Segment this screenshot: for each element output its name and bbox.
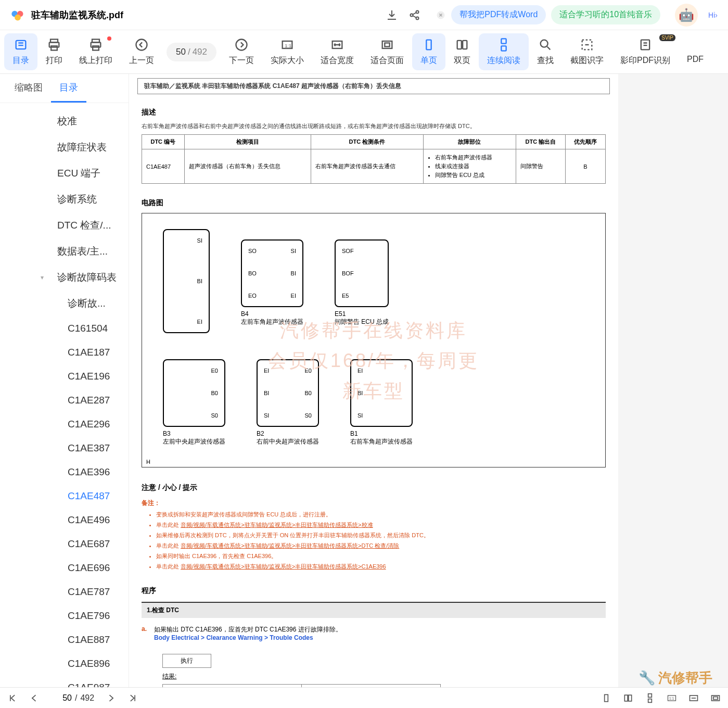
shadow-pdf-button[interactable]: SVIP 影印PDF识别: [612, 33, 679, 70]
svg-text:1:1: 1:1: [285, 43, 291, 48]
svg-point-2: [15, 14, 21, 20]
note-item: 单击此处 音频/视频/车载通信系统>驻车辅助/监视系统>丰田驻车辅助传感器系统>…: [156, 521, 606, 529]
bottom-bar: / 492 1:1: [0, 687, 728, 708]
toc-item[interactable]: C1AE187: [0, 340, 129, 364]
toc-item[interactable]: DTC 检查/...: [0, 212, 129, 238]
note-link[interactable]: 音频/视频/车载通信系统>驻车辅助/监视系统>丰田驻车辅助传感器系统>校准: [181, 522, 373, 528]
svg-rect-25: [501, 46, 506, 50]
svg-rect-20: [385, 43, 389, 47]
tab-thumbnails[interactable]: 缩略图: [6, 74, 51, 103]
page-indicator[interactable]: 50 / 492: [167, 43, 216, 61]
toc-button[interactable]: 目录: [4, 33, 37, 70]
svg-rect-32: [648, 693, 652, 697]
svg-text:1:1: 1:1: [669, 697, 674, 700]
toc-item[interactable]: C1AE887: [0, 628, 129, 652]
toc-item[interactable]: C1AE987: [0, 676, 129, 687]
note-item: 如果同时输出 C1AE396，首先检查 C1AE396。: [156, 552, 606, 560]
hi-badge[interactable]: Hi›: [708, 11, 718, 19]
avatar[interactable]: 🤖: [675, 4, 698, 27]
print-button[interactable]: 打印: [37, 33, 71, 70]
chip-music[interactable]: 适合学习听的10首纯音乐: [551, 5, 660, 24]
toc-item[interactable]: C1AE196: [0, 364, 129, 388]
svg-rect-24: [501, 39, 506, 43]
print-online-button[interactable]: 线上打印: [71, 33, 121, 70]
toc-item[interactable]: C161504: [0, 317, 129, 340]
dtc-td: 右前车角超声波传感器失去通信: [311, 149, 424, 184]
dtc-th: DTC 输出自: [516, 135, 565, 149]
continuous-button[interactable]: 连续阅读: [479, 33, 529, 70]
svg-rect-23: [463, 41, 467, 49]
view-double-icon[interactable]: [623, 693, 633, 703]
suggestions-bar: 帮我把PDF转成Word 适合学习听的10首纯音乐: [431, 3, 665, 27]
file-title: 驻车辅助监视系统.pdf: [31, 9, 123, 21]
toc-item[interactable]: C1AE287: [0, 388, 129, 412]
share-icon[interactable]: [408, 9, 421, 21]
find-button[interactable]: 查找: [529, 33, 562, 70]
view-single-icon[interactable]: [601, 693, 611, 703]
tab-toc[interactable]: 目录: [51, 74, 86, 103]
toc-item[interactable]: 故障症状表: [0, 134, 129, 160]
toc-item[interactable]: C1AE396: [0, 460, 129, 484]
svg-rect-21: [426, 40, 431, 50]
next-page-button[interactable]: 下一页: [221, 33, 262, 70]
toc-item[interactable]: C1AE496: [0, 508, 129, 532]
toc-item[interactable]: C1AE696: [0, 556, 129, 580]
step-link[interactable]: Body Electrical > Clearance Warning > Tr…: [154, 634, 342, 641]
view-continuous-icon[interactable]: [645, 693, 655, 703]
toc-item[interactable]: C1AE387: [0, 436, 129, 460]
svg-rect-29: [605, 694, 608, 701]
toc-item[interactable]: 诊断故...: [0, 290, 129, 317]
download-icon[interactable]: [386, 9, 398, 21]
prev-page-button[interactable]: 上一页: [121, 33, 162, 70]
note-item: 单击此处 音频/视频/车载通信系统>驻车辅助/监视系统>丰田驻车辅助传感器系统>…: [156, 542, 606, 550]
note-link[interactable]: 音频/视频/车载通信系统>驻车辅助/监视系统>丰田驻车辅助传感器系统>DTC 检…: [181, 542, 399, 549]
execute-button[interactable]: 执行: [162, 654, 211, 668]
next-page-icon[interactable]: [106, 693, 116, 703]
actual-size-button[interactable]: 1:1 实际大小: [262, 33, 312, 70]
fit-page-icon[interactable]: [710, 693, 721, 703]
note-link[interactable]: 音频/视频/车载通信系统>驻车辅助/监视系统>丰田驻车辅助传感器系统>C1AE3…: [181, 563, 386, 570]
dtc-td: 超声波传感器（右前车角）丢失信息: [184, 149, 311, 184]
toc-item[interactable]: ECU 端子: [0, 160, 129, 186]
snip-ocr-button[interactable]: 截图识字: [562, 33, 612, 70]
toc-item[interactable]: C1AE787: [0, 580, 129, 604]
toc-item[interactable]: C1AE796: [0, 604, 129, 628]
toc-item[interactable]: C1AE896: [0, 652, 129, 676]
last-page-icon[interactable]: [127, 693, 138, 703]
close-suggestions-icon[interactable]: [436, 10, 446, 20]
caret-down-icon: ▾: [41, 274, 44, 281]
prev-page-icon[interactable]: [29, 693, 40, 703]
page-current: 50: [176, 47, 186, 57]
page-input[interactable]: / 492: [51, 693, 94, 703]
dtc-th: DTC 检测条件: [311, 135, 424, 149]
dtc-th: 故障部位: [423, 135, 516, 149]
fit-width-button[interactable]: 适合宽度: [312, 33, 362, 70]
chip-pdf-to-word[interactable]: 帮我把PDF转成Word: [451, 5, 546, 24]
note-item: 如果维修后再次检测到 DTC，则将点火开关置于 ON 位置并打开丰田驻车辅助传感…: [156, 532, 606, 539]
section-description: 描述: [142, 108, 606, 117]
double-page-button[interactable]: 双页: [445, 33, 479, 70]
zoom-11-icon[interactable]: 1:1: [667, 693, 677, 703]
svg-point-15: [236, 40, 247, 50]
toc-item[interactable]: 数据表/主...: [0, 238, 129, 264]
document-area[interactable]: 驻车辅助／监视系统 丰田驻车辅助传感器系统 C1AE487 超声波传感器（右前车…: [129, 74, 728, 687]
single-page-button[interactable]: 单页: [412, 33, 445, 70]
description-text: 右前车角超声波传感器和右前中央超声波传感器之间的通信线路出现断路或短路，或右前车…: [142, 122, 606, 130]
fit-width-icon[interactable]: [688, 693, 699, 703]
svg-rect-22: [457, 41, 462, 49]
first-page-icon[interactable]: [7, 693, 18, 703]
dtc-td: 右前车角超声波传感器 线束或连接器 间隙警告 ECU 总成: [423, 149, 516, 184]
toc-item[interactable]: 诊断故障码表▾: [0, 264, 129, 290]
circuit-box: SOF BOF E5: [335, 239, 389, 307]
toc-item[interactable]: 诊断系统: [0, 186, 129, 212]
sidebar-tabs: 缩略图 目录: [0, 74, 129, 103]
circuit-box: SI BI EI: [163, 229, 210, 333]
toc-item[interactable]: C1AE296: [0, 412, 129, 436]
toc-item[interactable]: C1AE487: [0, 484, 129, 508]
circuit-box: SOSI BOBI EOEI: [241, 239, 303, 307]
pdf-button[interactable]: PDF: [679, 36, 704, 68]
toc-item[interactable]: 校准: [0, 108, 129, 134]
page-number-input[interactable]: [51, 693, 72, 703]
fit-page-button[interactable]: 适合页面: [362, 33, 412, 70]
toc-item[interactable]: C1AE687: [0, 532, 129, 556]
